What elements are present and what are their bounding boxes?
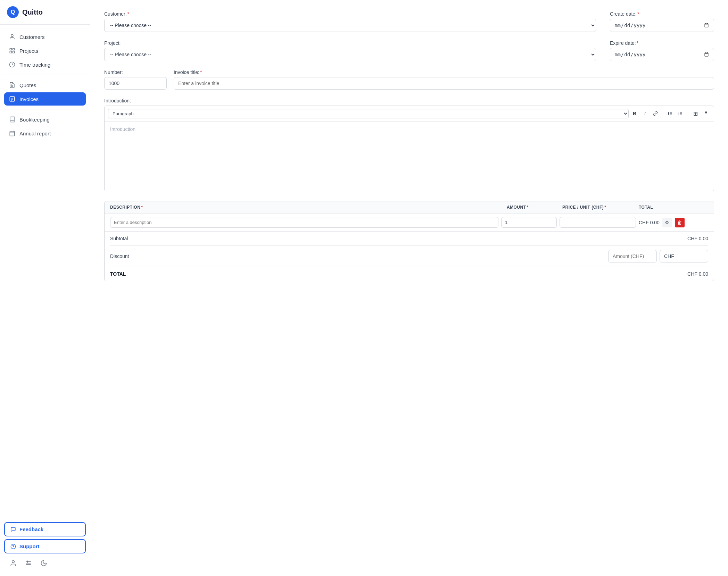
quote-button[interactable]: ❝: [701, 109, 710, 118]
customer-date-row: Customer:* -- Please choose -- Create da…: [104, 11, 714, 32]
number-label: Number:: [104, 69, 167, 75]
projects-icon: [9, 48, 15, 54]
sidebar-icons-row: [4, 556, 86, 572]
ordered-list-button[interactable]: 1. 2. 3.: [676, 109, 685, 118]
number-title-row: Number: Invoice title:*: [104, 69, 714, 90]
sidebar-bottom: Feedback Support: [0, 518, 90, 576]
project-date-row: Project: -- Please choose -- Expire date…: [104, 40, 714, 61]
invoice-title-input[interactable]: [174, 77, 714, 90]
row-actions: CHF 0.00 ⚙ 🗑: [639, 218, 708, 227]
discount-amount-input[interactable]: [608, 250, 657, 262]
discount-row: Discount: [110, 246, 708, 267]
description-input[interactable]: [110, 217, 498, 228]
bold-button[interactable]: B: [630, 109, 639, 118]
project-group: Project: -- Please choose --: [104, 40, 596, 61]
sidebar-label-annual-report: Annual report: [19, 131, 51, 136]
discount-label: Discount: [110, 253, 129, 259]
feedback-label: Feedback: [19, 526, 43, 532]
support-icon: [10, 544, 16, 549]
col-amount: AMOUNT*: [507, 205, 562, 210]
bullet-list-button[interactable]: [666, 109, 675, 118]
svg-rect-14: [10, 131, 15, 136]
svg-point-28: [668, 115, 669, 115]
dark-mode-icon[interactable]: [40, 560, 47, 568]
user-profile-icon[interactable]: [10, 560, 17, 568]
discount-currency-input[interactable]: [660, 250, 708, 262]
user-icon: [9, 34, 15, 40]
expire-date-label: Expire date:*: [610, 40, 714, 46]
col-description: DESCRIPTION*: [110, 205, 507, 210]
create-date-label: Create date:*: [610, 11, 714, 17]
introduction-section: Introduction: Paragraph B I: [104, 98, 714, 191]
number-group: Number:: [104, 69, 167, 90]
expire-date-group: Expire date:*: [610, 40, 714, 61]
svg-point-26: [668, 112, 669, 113]
sidebar: Q Quitto Customers Projects: [0, 0, 90, 576]
quitto-logo-icon: Q: [7, 6, 19, 18]
number-input[interactable]: [104, 77, 167, 90]
create-date-group: Create date:*: [610, 11, 714, 32]
italic-button[interactable]: I: [640, 109, 650, 118]
invoice-title-group: Invoice title:*: [174, 69, 714, 90]
row-settings-button[interactable]: ⚙: [662, 218, 672, 227]
row-delete-button[interactable]: 🗑: [675, 218, 685, 227]
nav-divider-2: [4, 109, 86, 109]
sidebar-item-annual-report[interactable]: Annual report: [4, 127, 86, 140]
svg-point-2: [11, 34, 13, 36]
total-label: TOTAL: [110, 271, 126, 277]
link-button[interactable]: [651, 109, 660, 118]
project-label: Project:: [104, 40, 596, 46]
table-button[interactable]: ⊞: [691, 109, 700, 118]
sidebar-item-customers[interactable]: Customers: [4, 30, 86, 43]
total-row: TOTAL CHF 0.00: [110, 267, 708, 281]
sidebar-nav: Customers Projects Time tracking: [0, 25, 90, 518]
clock-icon: [9, 61, 15, 68]
introduction-label: Introduction:: [104, 98, 714, 103]
sidebar-item-bookkeeping[interactable]: Bookkeeping: [4, 113, 86, 126]
create-date-input[interactable]: [610, 19, 714, 32]
svg-point-20: [12, 561, 15, 563]
invoices-icon: [9, 96, 15, 102]
sidebar-item-time-tracking[interactable]: Time tracking: [4, 58, 86, 71]
sidebar-item-invoices[interactable]: Invoices: [4, 92, 86, 106]
total-value: CHF 0.00: [687, 271, 708, 277]
expire-date-input[interactable]: [610, 48, 714, 61]
toolbar-divider-1: [663, 110, 663, 117]
svg-rect-4: [13, 48, 15, 50]
feedback-button[interactable]: Feedback: [4, 522, 86, 536]
editor-body[interactable]: Introduction: [105, 122, 714, 191]
price-unit-input[interactable]: [560, 217, 636, 228]
annual-icon: [9, 130, 15, 136]
sidebar-label-time-tracking: Time tracking: [19, 62, 50, 68]
bookkeeping-icon: [9, 116, 15, 123]
project-select[interactable]: -- Please choose --: [104, 48, 596, 61]
support-button[interactable]: Support: [4, 539, 86, 553]
amount-input[interactable]: [501, 217, 557, 228]
support-label: Support: [19, 543, 40, 549]
quotes-icon: [9, 82, 15, 88]
language-icon[interactable]: [25, 560, 32, 568]
invoice-items-table: DESCRIPTION* AMOUNT* PRICE / UNIT (CHF)*…: [104, 201, 714, 281]
svg-rect-6: [13, 51, 15, 53]
sidebar-item-projects[interactable]: Projects: [4, 44, 86, 57]
paragraph-style-select[interactable]: Paragraph: [108, 109, 629, 118]
sidebar-label-customers: Customers: [19, 34, 45, 40]
table-header: DESCRIPTION* AMOUNT* PRICE / UNIT (CHF)*…: [105, 201, 714, 214]
sidebar-label-bookkeeping: Bookkeeping: [19, 117, 50, 123]
customer-group: Customer:* -- Please choose --: [104, 11, 596, 32]
customer-label: Customer:*: [104, 11, 596, 17]
editor-toolbar: Paragraph B I: [105, 106, 714, 122]
discount-inputs: [608, 250, 708, 262]
editor-placeholder: Introduction: [110, 126, 135, 132]
sidebar-label-invoices: Invoices: [19, 96, 39, 102]
feedback-icon: [10, 527, 16, 532]
svg-rect-3: [10, 48, 11, 50]
col-price-unit: PRICE / UNIT (CHF)*: [562, 205, 639, 210]
customer-select[interactable]: -- Please choose --: [104, 19, 596, 32]
svg-text:3.: 3.: [679, 114, 680, 116]
subtotal-row: Subtotal CHF 0.00: [110, 232, 708, 246]
sidebar-item-quotes[interactable]: Quotes: [4, 78, 86, 92]
svg-point-27: [668, 113, 669, 114]
svg-text:Q: Q: [11, 9, 15, 15]
toolbar-divider-2: [688, 110, 688, 117]
